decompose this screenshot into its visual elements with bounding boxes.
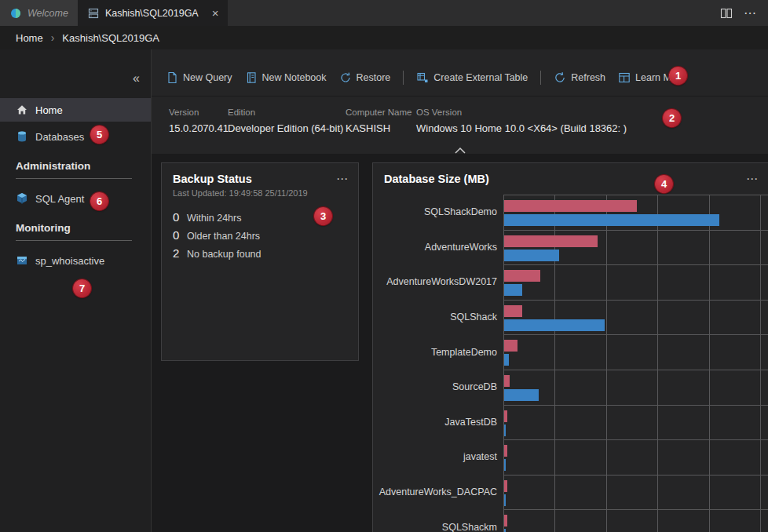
chart-plot	[503, 475, 768, 510]
chart-row: AdventureWorks_DACPAC	[373, 475, 768, 510]
widget-title: Database Size (MB)	[384, 173, 489, 185]
sidebar-item-databases[interactable]: Databases	[0, 125, 151, 148]
chart-row: AdventureWorks	[373, 230, 768, 265]
tabbar-spacer	[228, 0, 720, 26]
more-actions-icon[interactable]: ⋯	[744, 5, 757, 20]
bar-data-size	[504, 515, 507, 527]
info-version: Version 15.0.2070.41	[169, 107, 228, 154]
annotation-badge-2: 2	[663, 109, 681, 127]
bar-data-size	[504, 235, 598, 247]
create-external-table-icon	[416, 71, 429, 84]
tab-server-dashboard[interactable]: Kashish\SQL2019GA ×	[78, 0, 229, 26]
sql-agent-icon	[16, 192, 28, 205]
backup-label: No backup found	[187, 249, 261, 260]
sidebar-collapse-row: «	[0, 49, 151, 90]
sidebar-item-home[interactable]: Home	[0, 98, 151, 122]
chart-row: javatest	[373, 439, 768, 475]
create-external-table-button[interactable]: Create External Table	[416, 71, 528, 84]
chart-row: AdventureWorksDW2017	[373, 264, 768, 300]
info-label: Version	[169, 107, 228, 117]
breadcrumb-server[interactable]: Kashish\SQL2019GA	[62, 32, 159, 44]
chart-category-label: AdventureWorksDW2017	[373, 264, 503, 300]
chart-plot	[503, 370, 768, 405]
toolbar-separator	[403, 71, 404, 85]
info-computer-name: Computer Name KASHISH	[346, 107, 416, 154]
backup-label: Within 24hrs	[187, 213, 241, 224]
sidebar-item-label: Databases	[35, 131, 84, 143]
button-label: Restore	[357, 72, 391, 83]
new-query-icon	[166, 71, 178, 84]
sidebar-item-label: Home	[35, 104, 63, 116]
section-divider	[16, 178, 132, 179]
annotation-badge-7: 7	[73, 279, 91, 297]
chart-row: JavaTestDB	[373, 405, 768, 440]
chart-category-label: AdventureWorks	[373, 230, 503, 265]
bar-data-size	[504, 305, 522, 317]
chart-plot	[503, 405, 768, 440]
server-icon	[87, 7, 100, 20]
info-label: Computer Name	[346, 107, 416, 117]
new-notebook-button[interactable]: New Notebook	[245, 71, 327, 84]
chart-row: TemplateDemo	[373, 334, 768, 370]
chart-row: SQLShackDemo	[373, 195, 768, 230]
bar-log-size	[504, 529, 506, 532]
bar-data-size	[504, 480, 507, 492]
welcome-icon	[9, 7, 22, 20]
backup-label: Older than 24hrs	[187, 231, 260, 242]
info-value: KASHISH	[346, 122, 416, 134]
info-value: 15.0.2070.41	[169, 122, 228, 134]
editor-actions: ⋯	[720, 0, 768, 26]
sidebar-nav: Home Databases	[0, 98, 151, 148]
bar-data-size	[504, 445, 507, 457]
breadcrumb-home[interactable]: Home	[16, 32, 43, 44]
chart-plot	[503, 509, 768, 532]
bar-log-size	[504, 250, 559, 261]
refresh-button[interactable]: Refresh	[554, 71, 605, 84]
restore-icon	[339, 71, 352, 84]
chart-category-label: SQLShackDemo	[373, 195, 503, 230]
backup-row-no-backup: 2 No backup found	[173, 246, 358, 264]
new-notebook-icon	[245, 71, 258, 84]
toolbar-separator	[540, 71, 541, 85]
database-size-chart: SQLShackDemoAdventureWorksAdventureWorks…	[373, 195, 768, 532]
collapse-sidebar-icon[interactable]: «	[133, 71, 140, 86]
sidebar-item-sp-whoisactive[interactable]: sp_whoisactive	[0, 249, 151, 272]
sidebar-item-sql-agent[interactable]: SQL Agent	[0, 187, 151, 210]
info-os-version: OS Version Windows 10 Home 10.0 <X64> (B…	[416, 107, 768, 154]
chart-category-label: TemplateDemo	[373, 334, 503, 370]
info-value: Windows 10 Home 10.0 <X64> (Build 18362:…	[416, 122, 768, 134]
info-label: OS Version	[416, 107, 768, 117]
close-icon[interactable]: ×	[212, 7, 219, 19]
split-editor-icon[interactable]	[720, 7, 733, 20]
chart-plot	[503, 439, 768, 475]
collapse-properties-icon[interactable]	[454, 144, 466, 151]
chart-category-label: javatest	[373, 439, 503, 475]
button-label: New Notebook	[262, 72, 327, 83]
widget-header: Backup Status ⋯	[162, 163, 358, 188]
sidebar-item-label: sp_whoisactive	[35, 255, 104, 267]
restore-button[interactable]: Restore	[339, 71, 391, 84]
annotation-badge-5: 5	[90, 126, 108, 144]
new-query-button[interactable]: New Query	[166, 71, 232, 84]
editor-tab-bar: Welcome Kashish\SQL2019GA × ⋯	[0, 0, 768, 26]
chart-category-label: JavaTestDB	[373, 405, 503, 440]
widget-header: Database Size (MB) ⋯	[373, 163, 768, 188]
azure-data-studio-window: Welcome Kashish\SQL2019GA × ⋯ Home › Kas…	[0, 0, 768, 532]
bar-log-size	[504, 284, 522, 296]
bar-data-size	[504, 340, 517, 352]
chart-row: SQLShack	[373, 300, 768, 335]
database-size-widget: Database Size (MB) ⋯ SQLShackDemoAdventu…	[372, 162, 768, 532]
chart-category-label: SourceDB	[373, 370, 503, 405]
tab-welcome[interactable]: Welcome	[0, 0, 78, 26]
whoisactive-icon	[16, 254, 28, 267]
last-updated-text: Last Updated: 19:49:58 25/11/2019	[162, 188, 358, 198]
widget-more-icon[interactable]: ⋯	[746, 173, 759, 184]
annotation-badge-4: 4	[655, 175, 673, 193]
learn-more-icon	[618, 71, 631, 84]
chart-plot	[503, 334, 768, 370]
chart-row: SQLShackm	[373, 509, 768, 532]
bar-log-size	[504, 494, 506, 506]
tab-server-label: Kashish\SQL2019GA	[105, 8, 199, 19]
widget-more-icon[interactable]: ⋯	[336, 173, 349, 184]
breadcrumb-separator: ›	[51, 31, 55, 44]
